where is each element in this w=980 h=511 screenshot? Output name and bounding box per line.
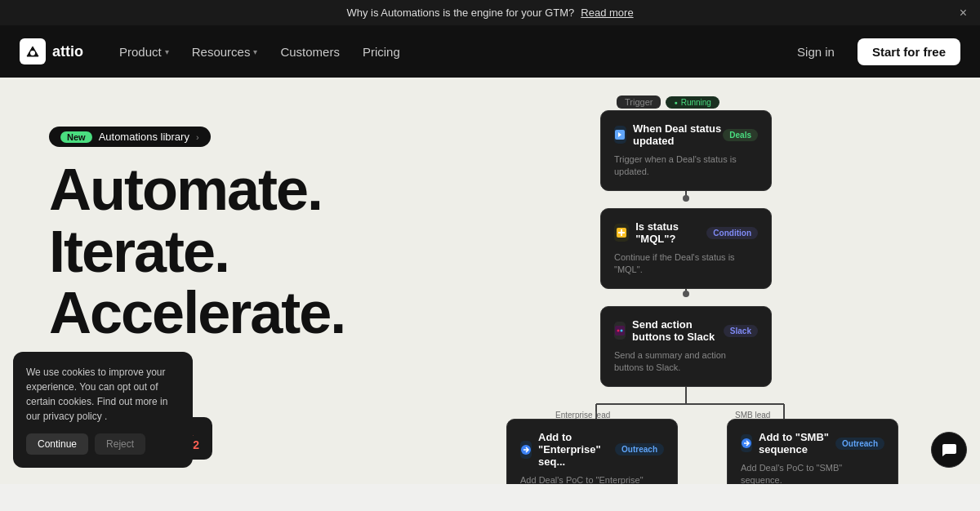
running-badge: ● Running — [666, 96, 719, 109]
badge-text: Automations library — [99, 131, 189, 143]
card2-text: Continue if the Deal's status is "MQL". — [614, 251, 758, 277]
card5-badge: Outreach — [835, 438, 884, 450]
cookie-banner: We use cookies to improve your experienc… — [13, 352, 193, 468]
cookie-text-end: . — [105, 411, 107, 422]
card4-badge: Outreach — [615, 443, 664, 455]
card3-text: Send a summary and action buttons to Sla… — [614, 349, 758, 375]
card2-badge: Condition — [706, 227, 758, 239]
nav-right: Sign in Start for free — [784, 38, 960, 65]
card2-title: Is status "MQL"? — [635, 220, 706, 245]
logo[interactable]: attio — [20, 38, 83, 64]
start-free-button[interactable]: Start for free — [858, 38, 960, 65]
nav-resources[interactable]: Resources ▾ — [182, 40, 268, 64]
card4-text: Add Deal's PoC to "Enterprise" sequence. — [520, 474, 664, 484]
condition-icon — [614, 224, 629, 242]
hero-line3: Accelerate. — [49, 282, 345, 344]
nav-product[interactable]: Product ▾ — [109, 40, 179, 64]
cookie-buttons: Continue Reject — [26, 433, 180, 455]
hero-line2: Iterate. — [49, 221, 345, 283]
card3-badge: Slack — [724, 325, 758, 337]
condition-card: Is status "MQL"? Condition Continue if t… — [600, 208, 772, 289]
svg-point-4 — [683, 291, 689, 297]
nav-pricing[interactable]: Pricing — [353, 40, 410, 64]
trigger-icon — [614, 126, 626, 144]
enterprise-icon — [520, 441, 532, 459]
cookie-reject-button[interactable]: Reject — [95, 433, 145, 455]
smb-icon — [741, 434, 752, 452]
card5-text: Add Deal's PoC to "SMB" sequence. — [741, 462, 884, 484]
svg-rect-14 — [615, 326, 625, 335]
logo-text: attio — [52, 43, 83, 60]
resources-chevron-icon: ▾ — [253, 47, 257, 56]
hero-text: Automate. Iterate. Accelerate. — [49, 159, 345, 344]
svg-point-16 — [621, 330, 623, 332]
cookie-continue-button[interactable]: Continue — [26, 433, 88, 455]
card5-title: Add to "SMB" sequence — [759, 431, 835, 455]
chat-button[interactable] — [931, 432, 967, 468]
product-chevron-icon: ▾ — [165, 47, 169, 56]
new-label: New — [60, 131, 92, 143]
smb-card: Add to "SMB" sequence Outreach Add Deal'… — [727, 419, 898, 484]
slack-card: Send action buttons to Slack Slack Send … — [600, 306, 772, 387]
enterprise-card: Add to "Enterprise" seq... Outreach Add … — [506, 419, 678, 484]
card1-title: When Deal status updated — [633, 122, 723, 147]
badge-arrow-icon: › — [196, 132, 199, 142]
main-content: New Automations library › Automate. Iter… — [0, 78, 980, 484]
logo-icon — [20, 38, 46, 64]
banner-link[interactable]: Read more — [581, 7, 633, 19]
trigger-card: When Deal status updated Deals Trigger w… — [600, 110, 772, 191]
card3-title: Send action buttons to Slack — [632, 318, 724, 343]
card4-title: Add to "Enterprise" seq... — [538, 431, 615, 468]
nav-customers[interactable]: Customers — [270, 40, 350, 64]
card1-badge: Deals — [723, 129, 758, 141]
banner-text: Why is Automations is the engine for you… — [346, 7, 574, 19]
navbar: attio Product ▾ Resources ▾ Customers Pr… — [0, 25, 980, 78]
svg-point-0 — [30, 51, 35, 56]
banner-close-button[interactable]: × — [960, 6, 967, 20]
svg-point-2 — [683, 195, 689, 202]
card1-text: Trigger when a Deal's status is updated. — [614, 153, 758, 179]
svg-point-15 — [617, 330, 620, 332]
announcement-banner: Why is Automations is the engine for you… — [0, 0, 980, 25]
hero-line1: Automate. — [49, 159, 345, 221]
new-badge[interactable]: New Automations library › — [49, 127, 211, 147]
nav-left: attio Product ▾ Resources ▾ Customers Pr… — [20, 38, 410, 64]
cookie-privacy-link[interactable]: privacy policy — [43, 411, 102, 422]
signin-button[interactable]: Sign in — [784, 38, 848, 65]
trigger-label: Trigger — [617, 96, 661, 109]
slack-icon — [614, 322, 626, 340]
nav-links: Product ▾ Resources ▾ Customers Pricing — [109, 40, 410, 64]
